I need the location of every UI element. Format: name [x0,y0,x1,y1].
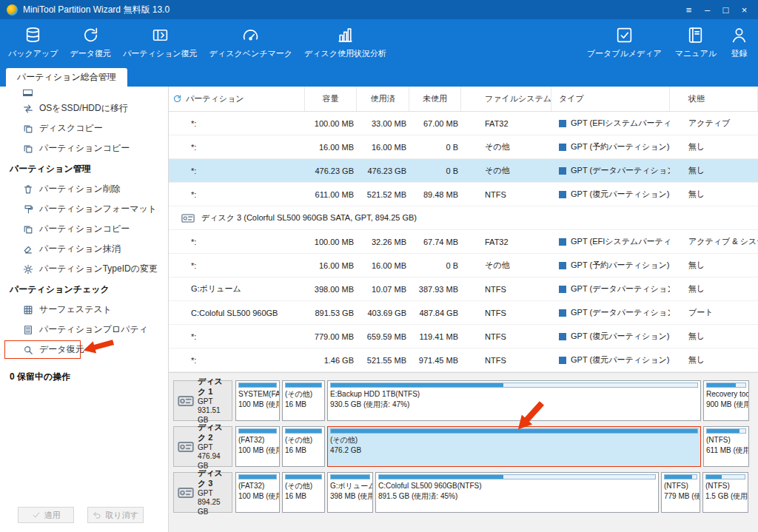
partition-block[interactable]: (その他)16 MB [282,426,325,467]
disk-label[interactable]: ディスク 2GPT476.94 GB [173,426,232,467]
disk-group-header: ディスク 3 (Colorful SL500 960GB SATA, GPT, … [169,206,758,230]
cell-unused: 119.41 MB [409,325,461,348]
toolbar-register[interactable]: 登録 [728,23,751,61]
column-header-type[interactable]: タイプ [551,87,670,111]
sidebar-item-os-migrate[interactable]: OSをSSD/HDDに移行 [0,98,168,118]
column-header-filesystem[interactable]: ファイルシステム [461,87,551,111]
sidebar-item-partition-copy-2[interactable]: パーティションコピー [0,219,168,239]
cell-partition: G:ボリューム [169,277,305,300]
partition-label: G:ボリューム(N [330,481,370,491]
drive-icon [177,484,195,502]
usage-fill [706,475,722,479]
cell-partition: *: [169,112,305,135]
toolbar-disk-benchmark[interactable]: ディスクベンチマーク [207,23,295,61]
partition-info: 16 MB [285,445,322,456]
cell-status: 無し [670,277,758,300]
usage-fill [331,475,369,479]
disk-label[interactable]: ディスク 3GPT894.25 GB [173,472,232,513]
partition-block[interactable]: (FAT32)100 MB (使用 [235,472,280,513]
column-header-used[interactable]: 使用済 [357,87,409,111]
table-row[interactable]: *:16.00 MB16.00 MB0 Bその他GPT (予約パーティション)無… [169,135,758,159]
close-button[interactable]: × [735,2,754,17]
table-row[interactable]: *:779.00 MB659.59 MB119.41 MBNTFSGPT (復元… [169,325,758,349]
usage-bar [706,428,746,434]
toolbar-manual[interactable]: マニュアル [673,23,719,61]
usage-fill [331,383,503,387]
os-migrate-icon [23,104,33,114]
cell-type: GPT (データパーティション) [551,159,670,182]
partition-type-label: GPT (予約パーティション) [571,260,669,271]
partition-type-label: GPT (復元パーティション) [571,354,669,366]
cell-type: GPT (復元パーティション) [551,325,670,348]
cell-unused: 487.84 GB [409,301,461,324]
partition-block[interactable]: G:ボリューム(N398 MB (使用 [327,472,373,513]
usage-bar [285,383,322,388]
sidebar-item-partition-wipe[interactable]: パーティション抹消 [0,239,168,259]
sidebar-item-partition-delete[interactable]: パーティション削除 [0,179,168,199]
table-row[interactable]: *:611.00 MB521.52 MB89.48 MBNTFSGPT (復元パ… [169,183,758,206]
partition-block[interactable]: C:Coloful SL500 960GB(NTFS)891.5 GB (使用済… [375,472,659,513]
partition-type-color [559,238,566,246]
tab-partition-management[interactable]: パーティション総合管理 [6,68,127,87]
partition-block[interactable]: Recovery too900 MB (使用 [703,380,749,421]
toolbar-disk-usage-analysis[interactable]: ディスク使用状況分析 [302,23,389,61]
table-row[interactable]: *:100.00 MB32.26 MB67.74 MBFAT32GPT (EFI… [169,230,758,254]
partition-block[interactable]: (その他)16 MB [282,380,325,421]
undo-button[interactable]: 取り消す [87,507,144,523]
table-header: パーティション 容量 使用済 未使用 ファイルシステム タイプ 状態 [169,87,758,112]
partition-block[interactable]: (FAT32)100 MB (使用 [235,426,280,467]
minimize-button[interactable]: – [698,2,717,17]
column-header-unused[interactable]: 未使用 [409,87,461,111]
usage-fill [707,383,736,387]
toolbar-backup[interactable]: バックアップ [6,23,61,61]
table-row[interactable]: C:Coloful SL500 960GB891.53 GB403.69 GB4… [169,301,758,325]
partition-block[interactable]: (NTFS)1.5 GB (使用 [702,472,748,513]
partition-info: 1.5 GB (使用 [705,491,745,502]
sidebar-item-disk-copy[interactable]: ディスクコピー [0,118,168,138]
cell-filesystem: NTFS [461,301,551,324]
toolbar-left: バックアップデータ復元パーティション復元ディスクベンチマークディスク使用状況分析 [6,23,389,61]
disk-label-text: ディスク 2GPT476.94 GB [198,422,230,471]
table-row[interactable]: G:ボリューム398.00 MB10.07 MB387.93 MBNTFSGPT… [169,277,758,301]
sidebar-item-label: OSをSSD/HDDに移行 [39,102,128,115]
sidebar-item-partition-properties[interactable]: パーティションプロパティ [0,320,168,340]
partition-block[interactable]: (その他)476.2 GB [327,426,701,467]
window-controls: ≡ – □ × [680,2,754,17]
sidebar-item-partition-typeid[interactable]: パーティションTypeIDの変更 [0,259,168,279]
toolbar-data-recovery[interactable]: データ復元 [68,23,114,61]
table-row[interactable]: *:100.00 MB33.00 MB67.00 MBFAT32GPT (EFI… [169,112,758,135]
partition-block[interactable]: (NTFS)611 MB (使用 [703,426,749,467]
partition-type-label: GPT (復元パーティション) [571,189,669,200]
disk-label[interactable]: ディスク 1GPT931.51 GB [173,380,232,421]
partition-block[interactable]: (NTFS)779 MB (使用 [661,472,700,513]
maximize-button[interactable]: □ [717,2,735,17]
cell-used: 659.59 MB [357,325,409,348]
table-row[interactable]: *:1.46 GB521.55 MB971.45 MBNTFSGPT (復元パー… [169,349,758,372]
partition-info: 16 MB [285,491,322,502]
column-header-status[interactable]: 状態 [670,87,758,111]
partition-block[interactable]: SYSTEM(FAT3100 MB (使用 [235,380,280,421]
table-row[interactable]: *:476.23 GB476.23 GB0 Bその他GPT (データパーティショ… [169,159,758,183]
cell-status: アクティブ [670,112,758,135]
column-header-partition[interactable]: パーティション [169,87,305,111]
partition-info: 476.2 GB [330,445,698,456]
partition-block[interactable]: E:Backup HDD 1TB(NTFS)930.5 GB (使用済: 47%… [327,380,701,421]
sidebar-item-partition-format[interactable]: パーティションフォーマット [0,199,168,219]
apply-button[interactable]: 適用 [18,507,74,523]
cell-type: GPT (予約パーティション) [551,135,670,158]
sidebar-item-label: パーティションTypeIDの変更 [39,263,158,275]
column-header-capacity[interactable]: 容量 [305,87,357,111]
menu-button[interactable]: ≡ [680,2,698,17]
disk-copy-icon [23,124,33,134]
sidebar-item-label: パーティションコピー [39,223,130,235]
sidebar-item-data-recovery-side[interactable]: データ復元 [4,340,81,359]
main-panel: パーティション 容量 使用済 未使用 ファイルシステム タイプ 状態 *:100… [169,87,758,532]
toolbar-partition-recovery[interactable]: パーティション復元 [121,23,200,61]
toolbar-bootable-media[interactable]: ブータブルメディア [585,23,664,61]
refresh-icon[interactable] [172,94,182,104]
table-row[interactable]: *:16.00 MB16.00 MB0 Bその他GPT (予約パーティション)無… [169,254,758,277]
cell-unused: 0 B [409,135,461,158]
sidebar-item-partition-copy[interactable]: パーティションコピー [0,138,168,158]
sidebar-item-surface-test[interactable]: サーフェステスト [0,300,168,320]
partition-block[interactable]: (その他)16 MB [282,472,325,513]
